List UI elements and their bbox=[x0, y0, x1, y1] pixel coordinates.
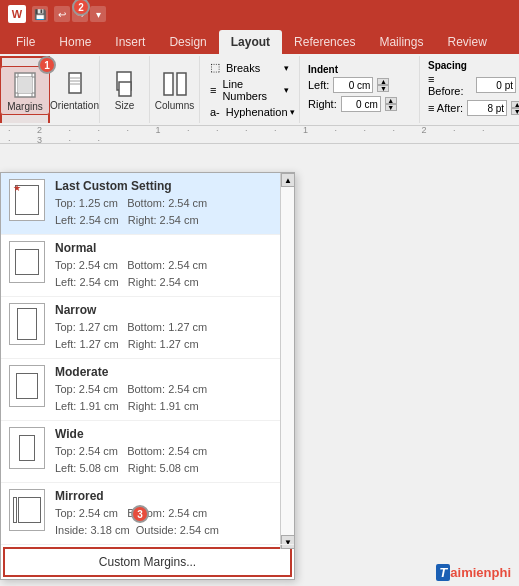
orientation-group: Orientation bbox=[50, 56, 100, 123]
spacing-group: Spacing ≡ Before: ▲ ▼ ≡ After: ▲ ▼ bbox=[420, 56, 519, 123]
margin-option-narrow[interactable]: Narrow Top: 1.27 cm Bottom: 1.27 cm Left… bbox=[1, 297, 294, 359]
margins-icon bbox=[9, 69, 41, 101]
margin-icon-normal bbox=[9, 241, 45, 283]
tab-home[interactable]: Home bbox=[47, 30, 103, 54]
quick-access-button[interactable]: ▾ bbox=[90, 6, 106, 22]
title-bar: W 💾 ↩ 2 ↪ ▾ bbox=[0, 0, 519, 28]
svg-rect-6 bbox=[69, 73, 81, 93]
margin-icon-narrow bbox=[9, 303, 45, 345]
tab-design[interactable]: Design bbox=[157, 30, 218, 54]
tab-references[interactable]: References bbox=[282, 30, 367, 54]
margins-label: Margins bbox=[7, 101, 43, 112]
margin-text-moderate: Moderate Top: 2.54 cm Bottom: 2.54 cm Le… bbox=[55, 365, 207, 414]
columns-icon bbox=[159, 68, 191, 100]
svg-rect-5 bbox=[18, 77, 32, 93]
after-label: ≡ After: bbox=[428, 102, 463, 114]
margin-option-last-custom[interactable]: ★ Last Custom Setting Top: 1.25 cm Botto… bbox=[1, 173, 294, 235]
scroll-up-button[interactable]: ▲ bbox=[281, 173, 295, 187]
orientation-icon bbox=[59, 68, 91, 100]
custom-margins-button[interactable]: Custom Margins... bbox=[3, 547, 292, 577]
svg-rect-11 bbox=[119, 82, 131, 96]
orientation-label: Orientation bbox=[50, 100, 99, 111]
margin-option-normal[interactable]: Normal Top: 2.54 cm Bottom: 2.54 cm Left… bbox=[1, 235, 294, 297]
logo-t: T bbox=[436, 564, 450, 581]
margin-icon-last-custom: ★ bbox=[9, 179, 45, 221]
line-numbers-button[interactable]: ≡ Line Numbers ▾ bbox=[206, 76, 293, 104]
margin-option-mirrored[interactable]: 3 Mirrored Top: 2.54 cm Bottom: 2.54 cm … bbox=[1, 483, 294, 545]
size-group: Size bbox=[100, 56, 150, 123]
save-button[interactable]: 💾 bbox=[32, 6, 48, 22]
ruler: · 2 · · · 1 · · · · 1 · · · 2 · · · 3 · … bbox=[0, 126, 519, 144]
tab-mailings[interactable]: Mailings bbox=[367, 30, 435, 54]
margin-text-mirrored: Mirrored Top: 2.54 cm Bottom: 2.54 cm In… bbox=[55, 489, 219, 538]
redo-button[interactable]: ↪ bbox=[72, 6, 88, 22]
right-label: Right: bbox=[308, 98, 337, 110]
left-up-btn[interactable]: ▲ bbox=[377, 78, 389, 85]
tab-review[interactable]: Review bbox=[435, 30, 498, 54]
logo-text: aimienphi bbox=[450, 565, 511, 580]
breaks-button[interactable]: ⬚ Breaks ▾ bbox=[206, 59, 293, 76]
svg-rect-13 bbox=[177, 73, 186, 95]
after-spacing-input[interactable] bbox=[467, 100, 507, 116]
right-up-btn[interactable]: ▲ bbox=[385, 97, 397, 104]
margin-icon-wide bbox=[9, 427, 45, 469]
right-spinner[interactable]: ▲ ▼ bbox=[385, 97, 397, 111]
margin-icon-mirrored bbox=[9, 489, 45, 531]
before-label: ≡ Before: bbox=[428, 73, 472, 97]
margin-option-wide[interactable]: Wide Top: 2.54 cm Bottom: 2.54 cm Left: … bbox=[1, 421, 294, 483]
spacing-label: Spacing bbox=[428, 60, 519, 71]
left-indent-input[interactable] bbox=[333, 77, 373, 93]
indent-group: Indent Left: ▲ ▼ Right: ▲ ▼ bbox=[300, 56, 420, 123]
margin-text-narrow: Narrow Top: 1.27 cm Bottom: 1.27 cm Left… bbox=[55, 303, 207, 352]
ribbon-tabs: File Home Insert Design Layout Reference… bbox=[0, 28, 519, 54]
columns-group: Columns bbox=[150, 56, 200, 123]
right-indent-input[interactable] bbox=[341, 96, 381, 112]
margins-group: Margins bbox=[0, 56, 50, 123]
tab-layout[interactable]: Layout bbox=[219, 30, 282, 54]
left-down-btn[interactable]: ▼ bbox=[377, 85, 389, 92]
margin-text-wide: Wide Top: 2.54 cm Bottom: 2.54 cm Left: … bbox=[55, 427, 207, 476]
svg-rect-12 bbox=[164, 73, 173, 95]
ribbon-bar: 1 Margins bbox=[0, 54, 519, 126]
size-button[interactable]: Size bbox=[103, 66, 147, 113]
tab-file[interactable]: File bbox=[4, 30, 47, 54]
right-down-btn[interactable]: ▼ bbox=[385, 104, 397, 111]
margin-option-moderate[interactable]: Moderate Top: 2.54 cm Bottom: 2.54 cm Le… bbox=[1, 359, 294, 421]
star-icon: ★ bbox=[13, 183, 21, 193]
after-up-btn[interactable]: ▲ bbox=[511, 101, 519, 108]
margins-button[interactable]: Margins bbox=[0, 66, 50, 115]
after-spinner[interactable]: ▲ ▼ bbox=[511, 101, 519, 115]
margins-dropdown: ▲ ▼ ★ Last Custom Setting Top: 1.25 cm B… bbox=[0, 172, 295, 580]
left-label: Left: bbox=[308, 79, 329, 91]
margin-text-normal: Normal Top: 2.54 cm Bottom: 2.54 cm Left… bbox=[55, 241, 207, 290]
after-down-btn[interactable]: ▼ bbox=[511, 108, 519, 115]
hyphenation-button[interactable]: a- Hyphenation ▾ bbox=[206, 104, 293, 120]
margin-text-last-custom: Last Custom Setting Top: 1.25 cm Bottom:… bbox=[55, 179, 207, 228]
indent-label: Indent bbox=[308, 64, 411, 75]
tab-insert[interactable]: Insert bbox=[103, 30, 157, 54]
size-icon bbox=[109, 68, 141, 100]
columns-label: Columns bbox=[155, 100, 194, 111]
columns-button[interactable]: Columns bbox=[149, 66, 200, 113]
logo: Taimienphi bbox=[436, 565, 511, 580]
undo-button[interactable]: ↩ bbox=[54, 6, 70, 22]
size-label: Size bbox=[115, 100, 134, 111]
orientation-button[interactable]: Orientation bbox=[44, 66, 105, 113]
before-spacing-input[interactable] bbox=[476, 77, 516, 93]
left-spinner[interactable]: ▲ ▼ bbox=[377, 78, 389, 92]
margin-icon-moderate bbox=[9, 365, 45, 407]
word-icon: W bbox=[8, 5, 26, 23]
